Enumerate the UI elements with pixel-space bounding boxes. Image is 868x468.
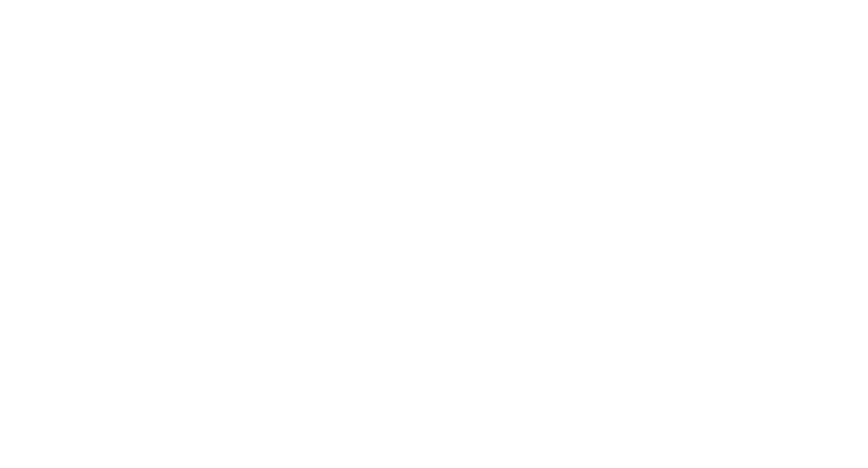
app-window (0, 0, 868, 234)
